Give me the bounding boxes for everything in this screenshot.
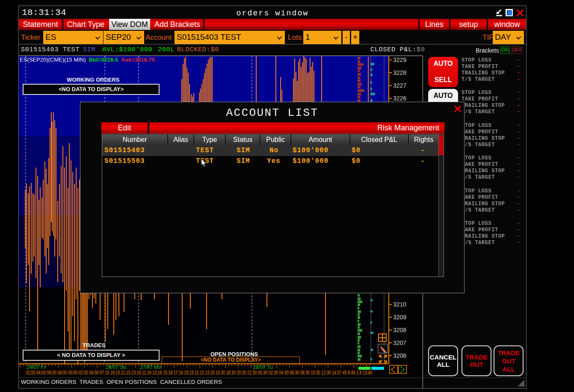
- svg-text:3208: 3208: [393, 327, 406, 333]
- svg-text:3210: 3210: [393, 301, 406, 308]
- svg-text:3226: 3226: [393, 95, 406, 102]
- svg-text:02:00 04:00 06:00 08:00 00:00: 02:00 04:00 06:00 08:00 00:00 02:00 04:0…: [26, 370, 372, 376]
- svg-text:3207: 3207: [393, 339, 406, 346]
- svg-text:27/07 Mo: 27/07 Mo: [140, 364, 161, 370]
- svg-text:3206: 3206: [393, 352, 406, 359]
- svg-text:3229: 3229: [393, 56, 406, 63]
- svg-text:3227: 3227: [393, 82, 406, 89]
- svg-text:3209: 3209: [393, 314, 406, 321]
- svg-text:24/07 Fr: 24/07 Fr: [27, 364, 46, 370]
- svg-text:28/07 Tu: 28/07 Tu: [253, 364, 273, 370]
- svg-text:26/07 Su: 26/07 Su: [106, 364, 126, 370]
- svg-text:3228: 3228: [393, 69, 406, 76]
